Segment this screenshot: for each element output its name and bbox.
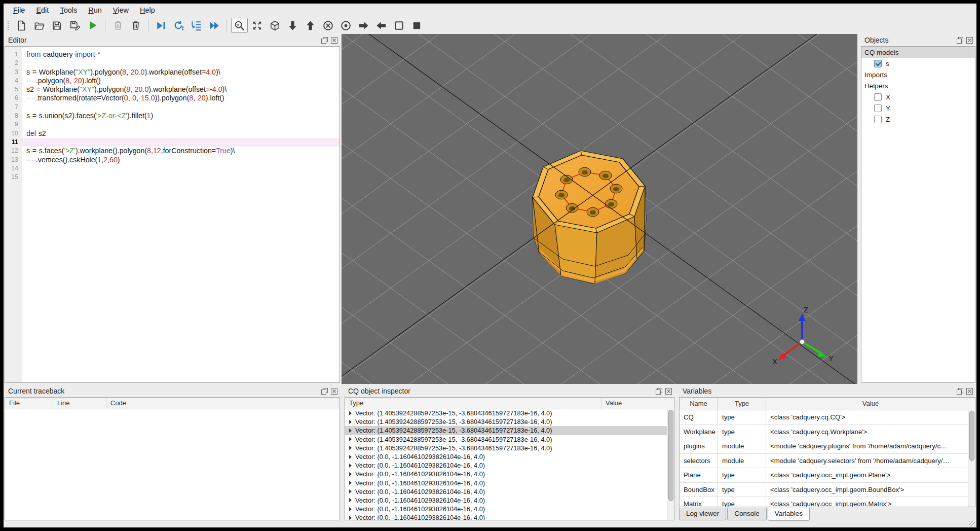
column-header-value[interactable]: Value (601, 398, 674, 409)
new-file-button[interactable] (13, 18, 30, 33)
scrollbar-handle[interactable] (969, 411, 974, 461)
close-icon[interactable] (966, 37, 973, 44)
close-icon[interactable] (331, 37, 337, 44)
delete-all-button[interactable] (127, 18, 144, 33)
inspector-row[interactable]: Vector: (0.0, -1.1604610293826104e-16, 4… (345, 505, 667, 513)
variable-row[interactable]: CQtype<class 'cadquery.cq.CQ'> (680, 410, 975, 425)
expander-icon[interactable] (349, 472, 352, 476)
restart-button[interactable] (170, 18, 187, 33)
column-header-value[interactable]: Value (766, 398, 975, 410)
visibility-checkbox-s[interactable] (874, 60, 882, 67)
close-icon[interactable] (665, 388, 672, 395)
render-button[interactable] (84, 18, 101, 33)
column-header-name[interactable]: Name (680, 398, 718, 410)
close-icon[interactable] (966, 388, 973, 395)
inspector-row[interactable]: Vector: (0.0, -1.1604610293826104e-16, 4… (345, 513, 667, 520)
resize-grip[interactable] (969, 521, 975, 526)
open-file-button[interactable] (31, 18, 48, 33)
menu-item-view[interactable]: View (107, 4, 134, 17)
wireframe-button[interactable] (391, 18, 407, 33)
float-icon[interactable] (957, 37, 963, 44)
front-view-button[interactable] (320, 18, 336, 33)
tree-item-s[interactable]: s (861, 58, 975, 69)
expander-icon[interactable] (349, 489, 352, 493)
expander-icon[interactable] (349, 464, 352, 468)
expander-icon[interactable] (349, 420, 352, 424)
inspector-row[interactable]: Vector: (0.0, -1.1604610293826104e-16, 4… (345, 496, 667, 505)
float-icon[interactable] (321, 388, 328, 395)
float-icon[interactable] (957, 388, 963, 395)
shaded-button[interactable] (408, 18, 425, 33)
tab-console[interactable]: Console (727, 508, 767, 520)
visibility-checkbox-z[interactable] (874, 116, 882, 123)
save-as-button[interactable] (66, 18, 83, 33)
variable-row[interactable]: Planetype<class 'cadquery.occ_impl.geom.… (680, 468, 975, 483)
expander-icon[interactable] (349, 429, 352, 433)
inspector-row[interactable]: Vector: (0.0, -1.1604610293826104e-16, 4… (345, 479, 667, 487)
toolbar-drag-handle[interactable] (7, 20, 9, 30)
inspect-button[interactable] (231, 18, 248, 33)
menu-item-run[interactable]: Run (83, 4, 107, 17)
tree-item-helpers[interactable]: Helpers (861, 80, 975, 91)
expander-icon[interactable] (349, 507, 352, 511)
expander-icon[interactable] (349, 437, 352, 441)
visibility-checkbox-y[interactable] (874, 104, 882, 112)
menu-item-help[interactable]: Help (134, 4, 161, 17)
variable-row[interactable]: Matrixtype<class 'cadquery.occ_impl.geom… (680, 497, 975, 507)
tab-variables[interactable]: Variables (768, 508, 810, 521)
inspector-row[interactable]: Vector: (1.4053924288597253e-15, -3.6804… (345, 409, 667, 417)
menu-item-tools[interactable]: Tools (54, 4, 83, 17)
tree-item-imports[interactable]: Imports (861, 69, 975, 80)
column-header-type[interactable]: Type (718, 398, 766, 410)
expander-icon[interactable] (349, 411, 352, 415)
variable-row[interactable]: BoundBoxtype<class 'cadquery.occ_impl.ge… (680, 483, 975, 498)
inspector-row[interactable]: Vector: (0.0, -1.1604610293826104e-16, 4… (345, 452, 667, 461)
scrollbar[interactable] (667, 409, 674, 520)
code-editor[interactable]: 1from·cadquery·import·*23s·=·Workplane("… (5, 46, 340, 383)
column-header-line[interactable]: Line (53, 398, 106, 409)
expander-icon[interactable] (349, 498, 352, 502)
inspector-row[interactable]: Vector: (1.4053924288597253e-15, -3.6804… (345, 435, 667, 444)
menu-item-file[interactable]: File (8, 4, 30, 17)
close-icon[interactable] (331, 388, 337, 395)
menu-item-edit[interactable]: Edit (30, 4, 54, 17)
float-icon[interactable] (656, 388, 662, 395)
visibility-checkbox-x[interactable] (874, 93, 882, 101)
continue-button[interactable] (206, 18, 222, 33)
viewport-3d[interactable]: X Y Z (342, 34, 857, 384)
back-view-button[interactable] (337, 18, 354, 33)
inspector-row[interactable]: Vector: (1.4053924288597253e-15, -3.6804… (345, 426, 667, 435)
tree-item-y[interactable]: Y (861, 102, 975, 114)
objects-group-header[interactable]: CQ models (861, 47, 975, 58)
inspector-row[interactable]: Vector: (0.0, -1.1604610293826104e-16, 4… (345, 470, 667, 478)
fit-view-button[interactable] (249, 18, 266, 33)
expander-icon[interactable] (349, 516, 352, 520)
expander-icon[interactable] (349, 455, 352, 459)
variable-row[interactable]: selectorsmodule<module 'cadquery.selecto… (680, 454, 975, 469)
scrollbar[interactable] (968, 410, 975, 507)
inspector-row[interactable]: Vector: (0.0, -1.1604610293826104e-16, 4… (345, 461, 667, 470)
variable-row[interactable]: Workplanetype<class 'cadquery.cq.Workpla… (680, 425, 975, 440)
tree-item-z[interactable]: Z (861, 114, 975, 125)
top-view-button[interactable] (302, 18, 319, 33)
iso-view-button[interactable] (267, 18, 283, 33)
column-header-file[interactable]: File (5, 398, 53, 409)
scrollbar-handle[interactable] (668, 410, 673, 501)
expander-icon[interactable] (349, 446, 352, 450)
expander-icon[interactable] (349, 481, 352, 485)
tab-log-viewer[interactable]: Log viewer (679, 508, 726, 520)
delete-button[interactable] (109, 18, 126, 33)
inspector-row[interactable]: Vector: (1.4053924288597253e-15, -3.6804… (345, 444, 667, 452)
bottom-view-button[interactable] (284, 18, 301, 33)
variable-row[interactable]: pluginsmodule<module 'cadquery.plugins' … (680, 439, 975, 454)
column-header-type[interactable]: Type (345, 398, 601, 409)
column-header-code[interactable]: Code (106, 398, 340, 409)
inspector-row[interactable]: Vector: (1.4053924288597253e-15, -3.6804… (345, 417, 667, 426)
save-button[interactable] (49, 18, 65, 33)
inspector-row[interactable]: Vector: (0.0, -1.1604610293826104e-16, 4… (345, 487, 667, 496)
float-icon[interactable] (321, 37, 328, 44)
tree-item-x[interactable]: X (861, 91, 975, 102)
left-view-button[interactable] (373, 18, 390, 33)
step-into-button[interactable] (188, 18, 205, 33)
cad-model[interactable] (533, 151, 646, 284)
